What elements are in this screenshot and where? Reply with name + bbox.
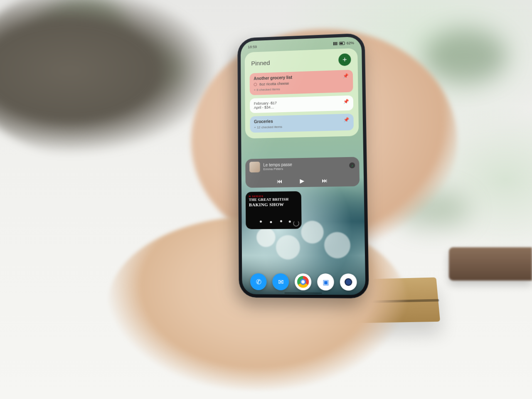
- play-button[interactable]: ▶: [300, 177, 304, 184]
- chrome-app-icon[interactable]: [295, 273, 312, 291]
- phone-app-icon[interactable]: ✆: [250, 273, 267, 291]
- netflix-widget[interactable]: N SERIES THE GREAT BRITISH BAKING SHOW: [246, 191, 302, 229]
- pinned-widget[interactable]: Pinned + 📌 Another grocery list 8oz rico…: [245, 48, 359, 139]
- spotify-icon[interactable]: ♪: [349, 163, 355, 168]
- note-subtext: + 8 checked items: [254, 85, 349, 92]
- next-track-button[interactable]: ⏭: [322, 177, 328, 184]
- note-card-grocery[interactable]: 📌 Another grocery list 8oz ricotta chees…: [250, 70, 353, 95]
- music-widget[interactable]: Le temps passe Emma Peters ♪ ⏮ ▶ ⏭: [245, 157, 360, 187]
- messages-app-icon[interactable]: ✉: [272, 273, 289, 291]
- pin-icon: 📌: [343, 73, 349, 79]
- note-card-groceries[interactable]: 📌 Groceries + 12 checked items: [250, 113, 354, 133]
- phone: 18:59 62% Pinned + 📌 Another grocery lis…: [237, 33, 369, 298]
- refresh-icon[interactable]: [293, 220, 299, 226]
- prev-track-button[interactable]: ⏮: [277, 178, 283, 185]
- pinned-title: Pinned: [251, 59, 270, 66]
- duo-app-icon[interactable]: ▣: [317, 273, 334, 291]
- show-title-line2: BAKING SHOW: [249, 202, 298, 207]
- pin-icon: 📌: [343, 99, 349, 104]
- app-dock: ✆ ✉ ▣: [242, 273, 365, 291]
- battery-pct: 62%: [347, 41, 354, 45]
- home-screen[interactable]: 18:59 62% Pinned + 📌 Another grocery lis…: [241, 37, 366, 295]
- album-art: [249, 162, 260, 172]
- note-subtext: + 12 checked items: [254, 123, 350, 130]
- note-title: Groceries: [254, 117, 350, 124]
- add-note-button[interactable]: +: [338, 53, 351, 66]
- pin-icon: 📌: [343, 117, 349, 123]
- note-card-budget[interactable]: 📌 February -$17 April - $34…: [250, 95, 353, 113]
- note-item: 8oz ricotta cheese: [259, 81, 289, 86]
- battery-icon: [339, 42, 345, 45]
- camera-app-icon[interactable]: [340, 273, 357, 291]
- status-time: 18:59: [248, 45, 257, 49]
- show-art: [248, 215, 299, 227]
- nav-pill[interactable]: [284, 292, 322, 294]
- signal-icon: [333, 42, 337, 45]
- checkbox-icon: [254, 83, 257, 86]
